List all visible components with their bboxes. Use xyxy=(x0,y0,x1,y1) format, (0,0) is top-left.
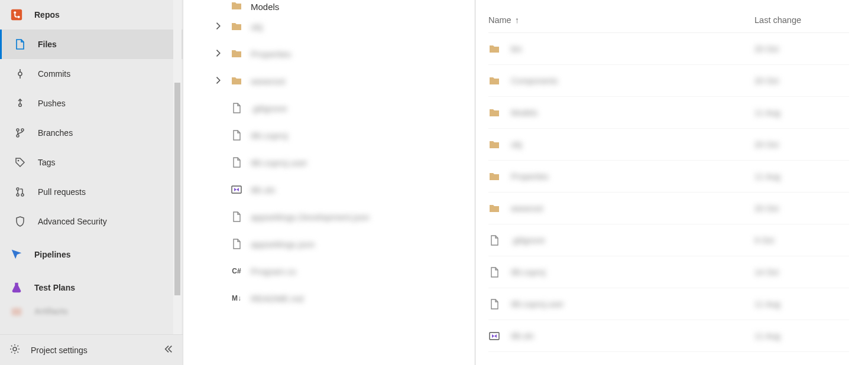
table-row[interactable]: obj 20 Oct xyxy=(488,129,849,161)
file-name: IBI.csproj.user xyxy=(511,299,563,309)
tree-item[interactable]: obj xyxy=(183,13,475,40)
file-name: .gitignore xyxy=(511,236,545,245)
last-change: 9 Oct xyxy=(754,236,849,245)
nav-advanced-security[interactable]: Advanced Security xyxy=(0,207,183,236)
nav-pull-requests-label: Pull requests xyxy=(38,187,86,197)
last-change: 11 Aug xyxy=(754,108,849,118)
sidebar-scrollbar-thumb[interactable] xyxy=(174,83,180,295)
tree-label: .gitignore xyxy=(251,103,287,113)
svg-point-2 xyxy=(14,11,16,14)
file-icon xyxy=(231,129,242,141)
svg-point-12 xyxy=(21,194,24,196)
table-row[interactable]: IBI.csproj.user 11 Aug xyxy=(488,288,849,320)
svg-point-7 xyxy=(17,135,19,137)
sidebar-scrollbar[interactable] xyxy=(173,0,182,334)
tree-item[interactable]: Models xyxy=(183,0,475,13)
nav-pushes-label: Pushes xyxy=(38,99,66,108)
chevron-right-icon[interactable] xyxy=(214,21,222,32)
file-icon xyxy=(488,266,500,278)
tree-label: Models xyxy=(251,2,279,12)
column-header-name-label: Name xyxy=(488,15,511,25)
nav-repos[interactable]: Repos xyxy=(0,0,183,30)
file-name: IBI.csproj xyxy=(511,268,545,277)
sort-asc-icon: ↑ xyxy=(515,15,519,25)
chevron-right-icon[interactable] xyxy=(214,76,222,87)
tree-item[interactable]: IBI.csproj xyxy=(183,122,475,149)
nav-artifacts-label: Artifacts xyxy=(34,307,68,316)
file-icon xyxy=(488,234,500,246)
nav-commits[interactable]: Commits xyxy=(0,59,183,89)
tree-item[interactable]: wwwroot xyxy=(183,67,475,94)
folder-icon xyxy=(488,75,500,87)
last-change: 20 Oct xyxy=(754,140,849,149)
table-row[interactable]: Components 20 Oct xyxy=(488,65,849,97)
nav-pipelines-label: Pipelines xyxy=(34,250,70,259)
sidebar: Repos Files Commits Pushes xyxy=(0,0,183,365)
column-header-last-change[interactable]: Last change xyxy=(754,15,849,25)
tree-item[interactable]: appsettings.Development.json xyxy=(183,203,475,230)
tree-item[interactable]: .gitignore xyxy=(183,94,475,122)
project-settings[interactable]: Project settings xyxy=(0,334,183,365)
last-change: 11 Aug xyxy=(754,331,849,341)
solution-icon xyxy=(488,330,500,342)
table-row[interactable]: wwwroot 20 Oct xyxy=(488,193,849,224)
tags-icon xyxy=(13,155,27,170)
file-name: Properties xyxy=(511,172,549,181)
tree-label: appsettings.json xyxy=(251,239,315,249)
tree-item[interactable]: M↓ README.md xyxy=(183,285,475,312)
tree-label: wwwroot xyxy=(251,76,285,86)
nav-artifacts[interactable]: Artifacts xyxy=(0,302,183,320)
file-name: Components xyxy=(511,76,558,86)
tree-label: Program.cs xyxy=(251,266,296,276)
table-row[interactable]: Properties 11 Aug xyxy=(488,161,849,193)
folder-icon xyxy=(488,43,500,55)
svg-point-11 xyxy=(17,194,19,196)
tree-item[interactable]: Properties xyxy=(183,40,475,67)
tree-item[interactable]: C# Program.cs xyxy=(183,258,475,285)
file-name: IBI.sln xyxy=(511,331,534,341)
nav-tags[interactable]: Tags xyxy=(0,148,183,177)
svg-point-8 xyxy=(21,129,24,131)
table-row[interactable]: .gitignore 9 Oct xyxy=(488,224,849,256)
collapse-sidebar-icon[interactable] xyxy=(164,344,173,356)
tree-item[interactable]: IBI.sln xyxy=(183,176,475,203)
column-header-last-change-label: Last change xyxy=(754,15,801,25)
file-icon xyxy=(231,102,242,114)
pushes-icon xyxy=(13,96,27,110)
file-name: bin xyxy=(511,44,522,54)
tree-label: IBI.csproj xyxy=(251,131,288,141)
table-row[interactable]: IBI.sln 11 Aug xyxy=(488,320,849,352)
table-row[interactable]: bin 20 Oct xyxy=(488,33,849,65)
pipelines-icon xyxy=(9,247,24,262)
svg-point-4 xyxy=(18,72,22,76)
table-row[interactable]: Models 11 Aug xyxy=(488,97,849,129)
tree-label: obj xyxy=(251,22,263,32)
files-icon xyxy=(13,37,27,51)
folder-icon xyxy=(488,107,500,119)
gear-icon xyxy=(9,344,20,356)
tree-label: Properties xyxy=(251,49,291,59)
pull-requests-icon xyxy=(13,185,27,199)
shield-icon xyxy=(13,214,27,229)
file-name: wwwroot xyxy=(511,204,543,213)
nav-pushes[interactable]: Pushes xyxy=(0,89,183,118)
nav-pipelines[interactable]: Pipelines xyxy=(0,240,183,269)
folder-icon xyxy=(488,203,500,214)
last-change: 20 Oct xyxy=(754,44,849,54)
folder-icon xyxy=(231,75,242,87)
last-change: 14 Oct xyxy=(754,268,849,277)
markdown-icon: M↓ xyxy=(231,292,242,304)
svg-point-6 xyxy=(17,129,19,131)
tree-item[interactable]: appsettings.json xyxy=(183,230,475,258)
table-row[interactable]: IBI.csproj 14 Oct xyxy=(488,256,849,288)
file-tree: Models obj Properties wwwroot .gitignore… xyxy=(183,0,475,365)
nav-advanced-security-label: Advanced Security xyxy=(38,217,107,226)
nav-pull-requests[interactable]: Pull requests xyxy=(0,177,183,207)
column-header-name[interactable]: Name ↑ xyxy=(488,15,754,25)
folder-icon xyxy=(231,21,242,32)
chevron-right-icon[interactable] xyxy=(214,48,222,60)
nav-test-plans[interactable]: Test Plans xyxy=(0,273,183,302)
nav-branches[interactable]: Branches xyxy=(0,118,183,148)
tree-item[interactable]: IBI.csproj.user xyxy=(183,149,475,176)
nav-files[interactable]: Files xyxy=(0,30,183,59)
